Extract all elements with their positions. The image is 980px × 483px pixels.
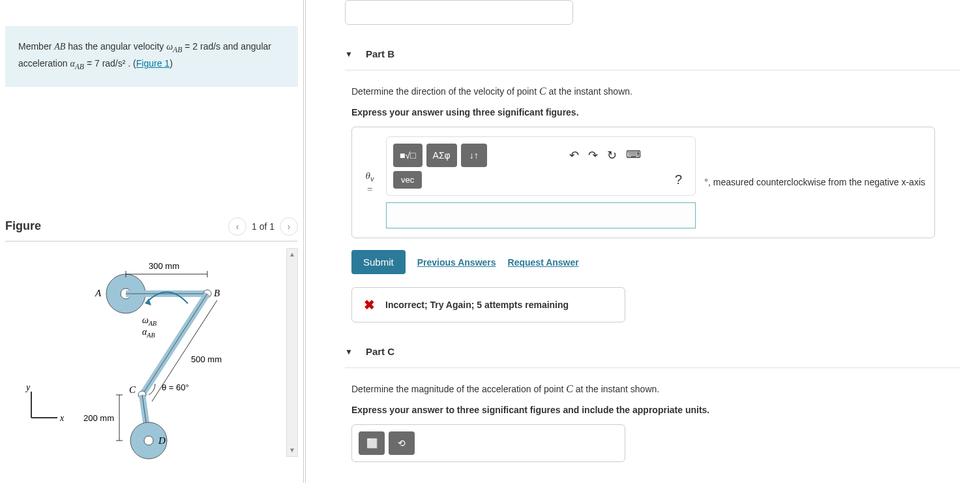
omega-sub-label: AB — [148, 320, 156, 327]
part-b-question: Determine the direction of the velocity … — [351, 84, 960, 99]
point-c-var: C — [539, 86, 546, 97]
x-axis-label: x — [59, 413, 65, 423]
omega-symbol: ω — [166, 42, 173, 52]
alpha-symbol: α — [70, 59, 74, 69]
answer-input[interactable] — [386, 202, 696, 228]
y-axis-label: y — [25, 382, 31, 392]
figure-pager: 1 of 1 — [252, 221, 275, 232]
omega-value: = 2 rad/s — [182, 41, 220, 52]
undo-icon[interactable]: ↶ — [569, 148, 579, 163]
point-c-var: C — [566, 383, 573, 394]
incorrect-icon: ✖ — [364, 297, 375, 313]
svg-point-20 — [144, 436, 153, 445]
submit-button[interactable]: Submit — [351, 250, 406, 274]
theta-label: θ = 60° — [162, 382, 189, 392]
svg-text:αAB: αAB — [142, 327, 155, 339]
figure-prev-button[interactable]: ‹ — [228, 217, 246, 236]
unit-text: °, measured counterclockwise from the ne… — [704, 176, 925, 189]
templates-button[interactable]: ■√□ — [393, 144, 423, 167]
answer-box: θv= ■√□ ΑΣφ ↓↑ ↶ ↷ ↻ ⌨ — [351, 127, 935, 238]
point-c-label: C — [129, 384, 136, 395]
alpha-sub: AB — [75, 63, 84, 71]
part-b-title: Part B — [366, 48, 394, 59]
text: , measured counterclockwise from the neg… — [708, 177, 901, 187]
figure-scrollbar[interactable]: ▲ ▼ — [286, 248, 298, 457]
part-a-input-remnant[interactable] — [345, 0, 573, 25]
templates-button[interactable]: ⟲ — [389, 431, 415, 455]
part-c-question: Determine the magnitude of the accelerat… — [351, 381, 960, 397]
theta-v-label: θv= — [361, 170, 378, 195]
figure-link[interactable]: Figure 1 — [136, 58, 170, 69]
part-c-instruction: Express your answer to three significant… — [351, 405, 960, 415]
scroll-down-icon[interactable]: ▼ — [287, 444, 297, 456]
dim-500-label: 500 mm — [191, 354, 222, 364]
point-d-label: D — [158, 435, 166, 446]
text: at the instant shown. — [573, 384, 659, 394]
text: -axis — [906, 177, 925, 187]
part-c-header[interactable]: ▼ Part C — [345, 335, 960, 368]
problem-statement: Member AB has the angular velocity ωAB =… — [5, 26, 298, 87]
text: Member — [18, 41, 54, 52]
text: . ( — [125, 58, 136, 69]
help-icon[interactable]: ? — [675, 172, 689, 187]
figure-next-button[interactable]: › — [280, 217, 298, 236]
feedback-box: ✖ Incorrect; Try Again; 5 attempts remai… — [351, 287, 625, 322]
feedback-text: Incorrect; Try Again; 5 attempts remaini… — [385, 300, 569, 310]
part-b-instruction: Express your answer using three signific… — [351, 107, 960, 117]
reset-icon[interactable]: ↻ — [607, 148, 617, 163]
text: Determine the direction of the velocity … — [351, 86, 539, 97]
figure-title: Figure — [5, 219, 41, 233]
part-b-header[interactable]: ▼ Part B — [345, 38, 960, 70]
text: Determine the magnitude of the accelerat… — [351, 384, 566, 394]
point-a-label: A — [95, 288, 102, 298]
member-label: AB — [54, 42, 65, 52]
text: at the instant shown. — [546, 86, 632, 97]
figure-diagram: y x A B 300 mm ωAB αAB — [18, 248, 266, 463]
svg-line-14 — [142, 294, 207, 395]
request-answer-link[interactable]: Request Answer — [508, 257, 579, 268]
greek-button[interactable]: ΑΣφ — [426, 144, 457, 167]
collapse-icon[interactable]: ▼ — [345, 347, 353, 356]
units-button[interactable]: ⬜ — [359, 431, 385, 455]
part-c-toolbar: ⬜ ⟲ — [351, 424, 625, 462]
point-b-label: B — [214, 288, 220, 298]
alpha-value: = 7 rad/s² — [84, 58, 125, 69]
omega-sub: AB — [173, 46, 182, 54]
scroll-up-icon[interactable]: ▲ — [287, 249, 297, 260]
omega-label: ω — [142, 315, 149, 325]
redo-icon[interactable]: ↷ — [588, 148, 598, 163]
svg-text:ωAB: ωAB — [142, 315, 156, 327]
part-c-title: Part C — [366, 346, 394, 357]
alpha-sub-label: AB — [146, 332, 155, 339]
text: ) — [170, 58, 173, 69]
vec-button[interactable]: vec — [393, 171, 422, 189]
keyboard-icon[interactable]: ⌨ — [626, 148, 641, 163]
dim-200-label: 200 mm — [83, 413, 114, 423]
text: has the angular velocity — [65, 41, 166, 52]
sort-button[interactable]: ↓↑ — [461, 144, 487, 167]
collapse-icon[interactable]: ▼ — [345, 50, 353, 59]
previous-answers-link[interactable]: Previous Answers — [417, 257, 496, 268]
dim-300-label: 300 mm — [149, 261, 179, 271]
